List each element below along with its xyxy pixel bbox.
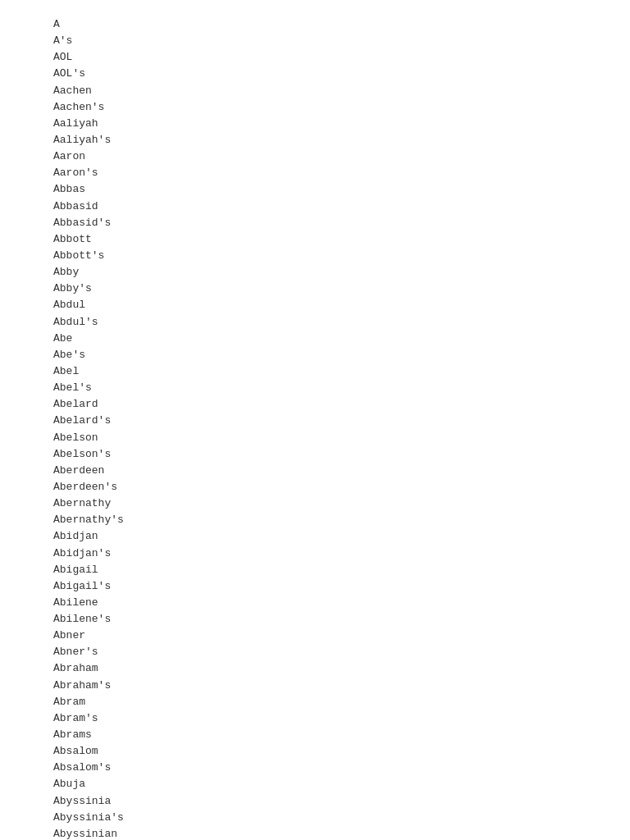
list-item: Abner bbox=[53, 628, 614, 644]
list-item: Abigail's bbox=[53, 578, 614, 595]
list-item: Abilene bbox=[53, 595, 614, 611]
word-list: AA'sAOLAOL'sAachenAachen'sAaliyahAaliyah… bbox=[53, 16, 614, 840]
list-item: Aaliyah bbox=[53, 116, 614, 132]
list-item: Abelson's bbox=[53, 446, 614, 463]
list-item: Abbott's bbox=[53, 248, 614, 264]
list-item: Abby bbox=[53, 264, 614, 281]
list-item: AOL's bbox=[53, 66, 614, 82]
list-item: Abidjan bbox=[53, 528, 614, 545]
list-item: Aaliyah's bbox=[53, 132, 614, 148]
list-item: Abelard's bbox=[53, 413, 614, 429]
list-item: Aachen bbox=[53, 83, 614, 99]
list-item: Aberdeen bbox=[53, 463, 614, 479]
list-item: Abdul's bbox=[53, 314, 614, 331]
list-item: Aaron bbox=[53, 148, 614, 165]
list-item: Abraham's bbox=[53, 678, 614, 694]
list-item: Abigail bbox=[53, 562, 614, 578]
list-item: Abe's bbox=[53, 347, 614, 363]
list-item: Abuja bbox=[53, 776, 614, 792]
list-item: Abilene's bbox=[53, 611, 614, 628]
list-item: Abner's bbox=[53, 644, 614, 660]
list-item: Abrams bbox=[53, 727, 614, 743]
list-item: Abernathy bbox=[53, 495, 614, 512]
list-item: Abbasid's bbox=[53, 215, 614, 231]
list-item: Abernathy's bbox=[53, 512, 614, 528]
list-item: Abyssinian bbox=[53, 826, 614, 840]
list-item: Abdul bbox=[53, 297, 614, 313]
list-item: Abbas bbox=[53, 181, 614, 198]
list-item: Aachen's bbox=[53, 99, 614, 116]
list-item: Abby's bbox=[53, 281, 614, 297]
list-item: Abidjan's bbox=[53, 546, 614, 562]
list-item: Abyssinia bbox=[53, 793, 614, 810]
list-item: Abelson bbox=[53, 430, 614, 446]
list-item: Abbasid bbox=[53, 199, 614, 215]
list-item: Abbott bbox=[53, 231, 614, 248]
list-item: A's bbox=[53, 33, 614, 49]
list-item: Abe bbox=[53, 331, 614, 347]
list-item: Abel's bbox=[53, 380, 614, 396]
list-item: Absalom's bbox=[53, 760, 614, 776]
list-item: A bbox=[53, 16, 614, 33]
list-item: AOL bbox=[53, 49, 614, 66]
list-item: Abraham bbox=[53, 660, 614, 677]
list-item: Abelard bbox=[53, 396, 614, 413]
list-item: Abel bbox=[53, 363, 614, 380]
list-item: Abram bbox=[53, 694, 614, 710]
list-item: Aaron's bbox=[53, 165, 614, 181]
list-item: Aberdeen's bbox=[53, 479, 614, 495]
list-item: Abyssinia's bbox=[53, 810, 614, 826]
list-item: Absalom bbox=[53, 743, 614, 760]
list-item: Abram's bbox=[53, 710, 614, 727]
